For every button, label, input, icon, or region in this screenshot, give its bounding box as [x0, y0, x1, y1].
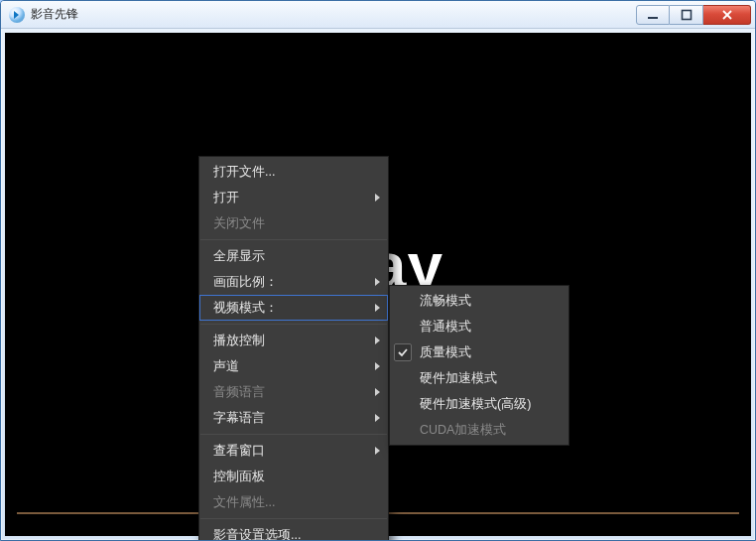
menu-item-label: 关闭文件 — [213, 216, 265, 230]
titlebar[interactable]: 影音先锋 — [1, 1, 755, 29]
maximize-icon — [681, 9, 693, 21]
submenu-item-label: 质量模式 — [420, 345, 471, 359]
checkmark-icon — [394, 343, 412, 361]
submenu-item-label: 普通模式 — [420, 320, 471, 334]
menu-item[interactable]: 打开文件... — [199, 159, 388, 185]
menu-item[interactable]: 查看窗口 — [199, 438, 388, 464]
menu-separator — [200, 239, 387, 240]
menu-item-label: 播放控制 — [213, 334, 265, 347]
menu-item: 关闭文件 — [199, 210, 388, 236]
svg-rect-1 — [682, 10, 691, 19]
menu-item-label: 视频模式： — [213, 301, 278, 315]
menu-item[interactable]: 全屏显示 — [199, 243, 388, 269]
submenu-item: CUDA加速模式 — [390, 417, 568, 443]
menu-item-label: 音频语言 — [213, 385, 265, 399]
menu-separator — [200, 434, 387, 435]
submenu-item-label: 硬件加速模式(高级) — [420, 397, 531, 411]
menu-separator — [200, 518, 387, 519]
menu-item-label: 文件属性... — [213, 495, 275, 509]
menu-item-label: 打开文件... — [213, 165, 275, 179]
svg-rect-0 — [648, 17, 658, 19]
app-icon — [9, 7, 25, 23]
menu-item: 音频语言 — [199, 379, 388, 405]
menu-item[interactable]: 播放控制 — [199, 328, 388, 353]
window-title: 影音先锋 — [31, 6, 636, 23]
close-button[interactable] — [703, 5, 751, 25]
minimize-icon — [647, 9, 659, 21]
submenu-item[interactable]: 质量模式 — [390, 339, 568, 365]
menu-separator — [200, 324, 387, 325]
client-area: play 打开文件...打开关闭文件全屏显示画面比例：视频模式：播放控制声道音频… — [5, 33, 751, 536]
menu-item-label: 影音设置选项... — [213, 528, 301, 541]
menu-item: 文件属性... — [199, 489, 388, 515]
submenu-item-label: CUDA加速模式 — [420, 423, 506, 437]
submenu-item[interactable]: 普通模式 — [390, 314, 568, 339]
submenu-item-label: 流畅模式 — [420, 294, 471, 308]
menu-item-label: 全屏显示 — [213, 249, 265, 263]
menu-item-label: 声道 — [213, 359, 239, 373]
submenu-item[interactable]: 流畅模式 — [390, 288, 568, 314]
minimize-button[interactable] — [636, 5, 670, 25]
menu-item[interactable]: 影音设置选项... — [199, 522, 388, 541]
video-mode-submenu: 流畅模式普通模式质量模式硬件加速模式硬件加速模式(高级)CUDA加速模式 — [389, 285, 569, 446]
app-window: 影音先锋 play 打开文件...打开关闭文件全屏显示画面比例：视 — [0, 0, 756, 541]
menu-item[interactable]: 打开 — [199, 185, 388, 210]
menu-item-label: 控制面板 — [213, 470, 265, 483]
submenu-item-label: 硬件加速模式 — [420, 371, 497, 385]
menu-item-label: 打开 — [213, 191, 239, 204]
menu-item-label: 字幕语言 — [213, 411, 265, 425]
submenu-item[interactable]: 硬件加速模式(高级) — [390, 391, 568, 417]
menu-item[interactable]: 声道 — [199, 353, 388, 379]
menu-item[interactable]: 视频模式： — [199, 295, 388, 321]
menu-item-label: 查看窗口 — [213, 444, 265, 458]
menu-item-label: 画面比例： — [213, 275, 278, 289]
window-controls — [636, 5, 751, 25]
submenu-item[interactable]: 硬件加速模式 — [390, 365, 568, 391]
close-icon — [720, 9, 734, 21]
context-menu: 打开文件...打开关闭文件全屏显示画面比例：视频模式：播放控制声道音频语言字幕语… — [198, 156, 389, 541]
menu-item[interactable]: 字幕语言 — [199, 405, 388, 431]
menu-item[interactable]: 控制面板 — [199, 464, 388, 489]
maximize-button[interactable] — [670, 5, 703, 25]
menu-item[interactable]: 画面比例： — [199, 269, 388, 295]
